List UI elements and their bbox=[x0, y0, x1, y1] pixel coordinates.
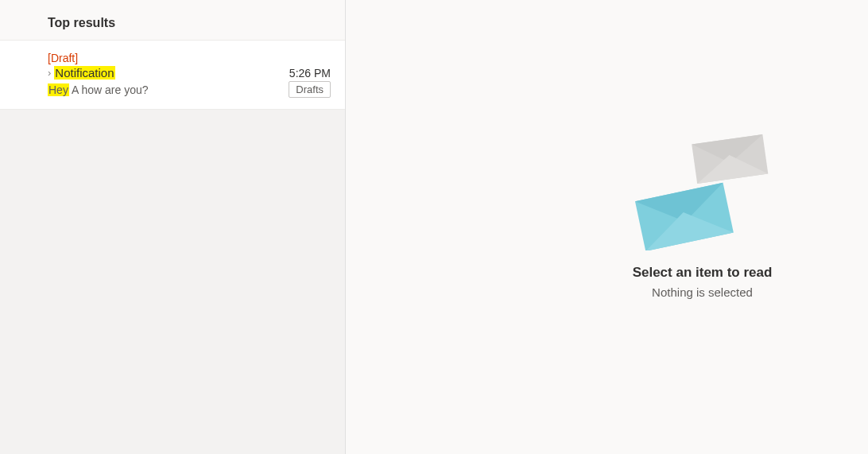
message-preview-row: Hey A how are you? Drafts bbox=[48, 81, 331, 98]
preview-text: A how are you? bbox=[69, 83, 149, 96]
draft-indicator: [Draft] bbox=[48, 52, 331, 64]
message-preview: Hey A how are you? bbox=[48, 83, 149, 96]
preview-highlight: Hey bbox=[48, 83, 69, 96]
empty-state-title: Select an item to read bbox=[633, 265, 773, 281]
message-subject: › Notification bbox=[48, 66, 115, 80]
empty-state-subtitle: Nothing is selected bbox=[652, 285, 753, 299]
section-header-top-results: Top results bbox=[0, 0, 345, 41]
envelope-icon bbox=[634, 123, 769, 250]
subject-highlight: Notification bbox=[54, 66, 114, 80]
message-list-pane: Top results [Draft] › Notification 5:26 … bbox=[0, 0, 346, 454]
empty-state: Select an item to read Nothing is select… bbox=[633, 123, 773, 299]
message-subject-row: › Notification 5:26 PM bbox=[48, 66, 331, 80]
reading-pane: Select an item to read Nothing is select… bbox=[346, 0, 868, 454]
folder-badge: Drafts bbox=[289, 81, 331, 98]
message-time: 5:26 PM bbox=[289, 67, 331, 80]
chevron-right-icon: › bbox=[48, 67, 51, 79]
message-item[interactable]: [Draft] › Notification 5:26 PM Hey A how… bbox=[0, 41, 345, 110]
